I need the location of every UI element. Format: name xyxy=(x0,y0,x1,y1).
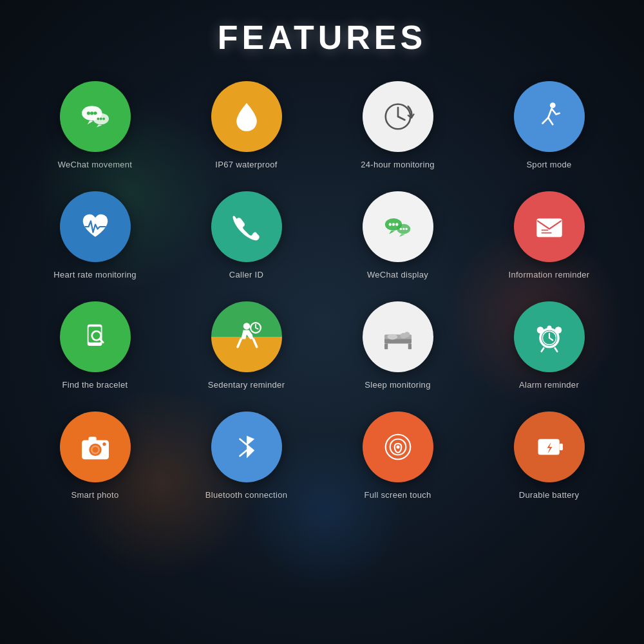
heartrate-label: Heart rate monitoring xyxy=(53,270,136,281)
callerid-icon xyxy=(211,191,282,262)
ip67-icon xyxy=(211,81,282,152)
feature-battery: Durable battery xyxy=(473,400,625,510)
svg-point-55 xyxy=(396,445,399,448)
svg-point-2 xyxy=(90,111,93,115)
svg-point-45 xyxy=(554,327,562,334)
svg-point-19 xyxy=(399,228,402,231)
bluetooth-icon xyxy=(211,412,282,482)
svg-marker-17 xyxy=(389,231,395,234)
feature-sedentary: Sedentary reminder xyxy=(171,290,322,400)
svg-point-1 xyxy=(86,111,90,115)
svg-line-46 xyxy=(541,348,544,351)
svg-point-32 xyxy=(243,323,250,330)
svg-point-40 xyxy=(404,332,410,337)
svg-point-20 xyxy=(402,228,405,231)
feature-sleep: Sleep monitoring xyxy=(322,290,473,400)
svg-point-16 xyxy=(395,223,398,225)
alarm-icon xyxy=(514,301,585,372)
ip67-label: IP67 waterproof xyxy=(215,160,277,171)
find-bracelet-icon xyxy=(60,301,131,372)
svg-point-44 xyxy=(536,327,544,334)
svg-point-14 xyxy=(388,223,391,225)
alarm-label: Alarm reminder xyxy=(519,380,579,391)
features-grid: WeChat movement IP67 waterproof 24-hour … xyxy=(0,63,644,516)
sedentary-icon xyxy=(211,301,282,372)
feature-ip67: IP67 waterproof xyxy=(171,70,322,180)
smart-photo-label: Smart photo xyxy=(71,490,118,501)
feature-sport: Sport mode xyxy=(473,70,625,180)
callerid-label: Caller ID xyxy=(229,270,263,281)
svg-point-29 xyxy=(93,343,96,345)
feature-wechat-display: WeChat display xyxy=(322,180,473,290)
svg-rect-35 xyxy=(384,343,388,349)
svg-point-7 xyxy=(99,118,102,120)
wechat-display-label: WeChat display xyxy=(367,270,428,281)
sleep-label: Sleep monitoring xyxy=(365,380,430,391)
battery-label: Durable battery xyxy=(519,490,579,501)
svg-point-52 xyxy=(92,447,98,453)
fullscreen-touch-label: Full screen touch xyxy=(364,490,431,501)
wechat-movement-label: WeChat movement xyxy=(58,160,133,171)
svg-point-48 xyxy=(547,325,551,330)
info-reminder-label: Information reminder xyxy=(509,270,590,281)
svg-point-38 xyxy=(387,334,397,339)
sport-label: Sport mode xyxy=(526,160,571,171)
sleep-icon xyxy=(363,301,433,372)
24h-icon xyxy=(363,81,433,152)
feature-find-bracelet: Find the bracelet xyxy=(19,290,171,400)
feature-wechat-movement: WeChat movement xyxy=(19,70,171,180)
24h-label: 24-hour monitoring xyxy=(361,160,435,171)
find-bracelet-label: Find the bracelet xyxy=(62,380,128,391)
wechat-movement-icon xyxy=(60,81,131,152)
svg-point-6 xyxy=(97,118,99,120)
fullscreen-touch-icon xyxy=(363,412,433,482)
feature-fullscreen-touch: Full screen touch xyxy=(322,400,473,510)
svg-marker-22 xyxy=(399,234,404,236)
feature-heartrate: Heart rate monitoring xyxy=(19,180,171,290)
feature-alarm: Alarm reminder xyxy=(473,290,625,400)
page-title: FEATURES xyxy=(0,0,644,63)
svg-point-12 xyxy=(549,102,555,108)
svg-point-54 xyxy=(102,442,106,446)
wechat-display-icon xyxy=(363,191,433,262)
feature-bluetooth: Bluetooth connection xyxy=(171,400,322,510)
feature-callerid: Caller ID xyxy=(171,180,322,290)
svg-marker-4 xyxy=(87,120,93,124)
feature-info-reminder: Information reminder xyxy=(473,180,625,290)
svg-line-47 xyxy=(554,348,557,351)
info-reminder-icon xyxy=(514,191,585,262)
sport-icon xyxy=(514,81,585,152)
heartrate-icon xyxy=(60,191,131,262)
svg-point-8 xyxy=(102,118,105,120)
sedentary-label: Sedentary reminder xyxy=(208,380,285,391)
svg-point-15 xyxy=(392,223,394,225)
feature-24h: 24-hour monitoring xyxy=(322,70,473,180)
svg-rect-53 xyxy=(88,437,96,441)
smart-photo-icon xyxy=(60,412,131,482)
svg-rect-57 xyxy=(559,443,562,450)
battery-icon xyxy=(514,412,585,482)
svg-point-21 xyxy=(405,228,408,231)
feature-smart-photo: Smart photo xyxy=(19,400,171,510)
svg-marker-9 xyxy=(96,124,102,127)
svg-rect-23 xyxy=(536,219,562,237)
bluetooth-label: Bluetooth connection xyxy=(205,490,287,501)
svg-rect-36 xyxy=(408,343,411,349)
